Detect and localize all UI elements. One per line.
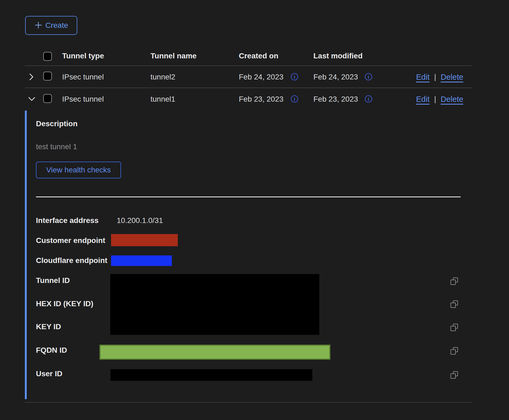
svg-text:i: i <box>368 74 369 80</box>
svg-text:i: i <box>294 96 295 102</box>
svg-text:i: i <box>294 74 295 80</box>
svg-text:i: i <box>368 96 369 102</box>
